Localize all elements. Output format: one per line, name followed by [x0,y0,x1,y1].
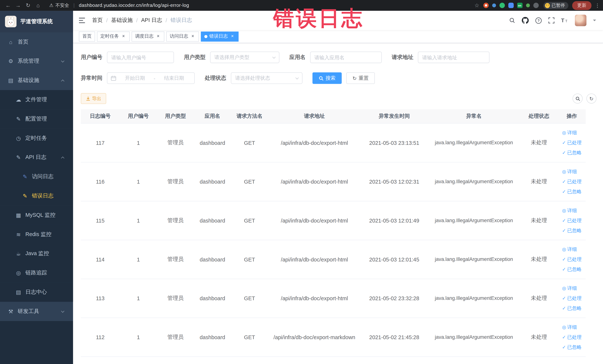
processed-link[interactable]: ✓已处理 [562,254,581,264]
log-id-cell: 117 [81,123,120,162]
fullscreen-icon[interactable] [548,17,555,23]
extension-icon[interactable]: on [517,3,522,8]
bookmark-star-icon[interactable]: ☆ [474,2,479,8]
app-name-input[interactable] [310,52,382,63]
extension-icon[interactable] [526,3,530,7]
extension-icon[interactable] [533,3,538,8]
close-icon[interactable]: × [190,34,195,39]
search-icon[interactable] [509,17,515,23]
refresh-button[interactable]: ↻ [587,94,596,104]
check-icon: ✓ [562,305,566,311]
processed-link[interactable]: ✓已处理 [562,332,581,342]
detail-link[interactable]: ◎详细 [562,283,581,293]
detail-link[interactable]: ◎详细 [562,205,581,215]
processed-link[interactable]: ✓已处理 [562,293,581,303]
close-icon[interactable]: × [230,34,235,39]
sidebar-item-java-monitor[interactable]: ☕ Java 监控 [0,244,73,263]
method-cell: GET [231,201,268,240]
close-icon[interactable]: × [156,34,161,39]
breadcrumb-item[interactable]: 首页 [92,17,103,24]
user-id-input[interactable] [107,52,174,63]
tab-access-log[interactable]: 访问日志 × [166,31,199,41]
sidebar-item-trace[interactable]: ◎ 链路追踪 [0,263,73,282]
extension-icon[interactable] [483,3,488,8]
breadcrumb-separator: / [106,17,108,23]
reset-button[interactable]: ↻ 重置 [346,72,375,84]
detail-link[interactable]: ◎详细 [562,166,581,176]
sidebar-item-home[interactable]: ⌂ 首页 [0,32,73,52]
home-icon[interactable]: ⌂ [33,1,43,10]
browser-menu-icon[interactable]: ⋮ [595,2,600,8]
search-button[interactable]: 搜索 [313,72,342,84]
chevron-up-icon [61,156,65,160]
sidebar-item-file-management[interactable]: ☁ 文件管理 [0,90,73,109]
breadcrumb-item[interactable]: API 日志 [141,17,162,24]
ignored-link[interactable]: ✓已忽略 [562,148,581,158]
extension-icon[interactable] [492,3,496,7]
ignored-link[interactable]: ✓已忽略 [562,187,581,197]
detail-link[interactable]: ◎详细 [562,128,581,138]
close-icon[interactable]: × [121,34,126,39]
reload-icon[interactable]: ↻ [23,1,33,10]
paused-extension-badge[interactable]: 已暂停 [543,2,568,9]
sidebar-item-error-log[interactable]: ✎ 错误日志 [0,186,73,206]
processed-link[interactable]: ✓已处理 [562,215,581,225]
sidebar-item-mysql-monitor[interactable]: ▦ MySQL 监控 [0,206,73,225]
extension-icon[interactable] [508,3,513,8]
sidebar-item-scheduled-tasks[interactable]: ◷ 定时任务 [0,129,73,148]
sidebar-item-access-log[interactable]: ✎ 访问日志 [0,167,73,186]
tab-home[interactable]: 首页 [79,31,95,41]
ignored-link[interactable]: ✓已忽略 [562,225,581,235]
back-icon[interactable]: ← [3,1,13,10]
site-security-indicator[interactable]: ⚠ 不安全 [49,2,69,9]
start-date-placeholder: 开始日期 [118,75,152,82]
github-icon[interactable] [522,17,529,24]
address-bar[interactable]: dashboard.yudao.iocoder.cn/infra/log/api… [79,3,189,8]
hamburger-icon[interactable] [79,17,86,23]
ignored-link[interactable]: ✓已忽略 [562,303,581,313]
actions-cell: ◎详细✓已处理✓已忽略 [558,240,586,279]
processed-link[interactable]: ✓已处理 [562,176,581,187]
tab-scheduled-tasks[interactable]: 定时任务 × [97,31,129,41]
request-url-input[interactable] [418,52,489,63]
help-icon[interactable]: ? [535,17,542,23]
font-size-icon[interactable]: TT [561,17,568,23]
navbar-actions: ? TT [509,15,596,26]
sidebar-item-dev-tools[interactable]: ⚒ 研发工具 [0,302,73,321]
sidebar-item-infrastructure[interactable]: ▤ 基础设施 [0,71,73,90]
sidebar-item-redis-monitor[interactable]: ≋ Redis 监控 [0,225,73,244]
status-select[interactable]: 请选择处理状态 [231,72,302,84]
app-logo[interactable]: 芋道管理系统 [0,11,73,32]
toggle-search-button[interactable] [573,94,583,104]
main-area: 首页/基础设施/API 日志/错误日志 ? TT [73,11,603,364]
request-url-cell: /api/infra/db-doc/export-html [268,240,360,279]
avatar-caret-icon[interactable] [593,20,596,23]
breadcrumb-item[interactable]: 基础设施 [111,17,133,24]
tab-error-log[interactable]: 错误日志 × [201,31,239,41]
extension-icon[interactable] [499,3,505,8]
ignored-link[interactable]: ✓已忽略 [562,342,581,352]
sidebar-item-api-log[interactable]: ✎ API 日志 [0,148,73,167]
sidebar-item-config-management[interactable]: ✎ 配置管理 [0,109,73,129]
browser-update-button[interactable]: 更新 [572,1,591,10]
request-url-cell: /api/infra/db-doc/export-html [268,279,360,318]
detail-link[interactable]: ◎详细 [562,322,581,332]
tab-schedule-log[interactable]: 调度日志 × [132,31,164,41]
column-header: 请求地址 [268,109,360,123]
sidebar-item-system-management[interactable]: ⚙ 系统管理 [0,52,73,71]
timer-icon: ◷ [15,135,22,141]
page: 芋道管理系统 ⌂ 首页 ⚙ 系统管理 ▤ 基础设施 ☁ 文件管理 ✎ 配置管理 … [0,11,603,364]
check-icon: ✓ [562,228,566,233]
exception-time-range-picker[interactable]: 开始日期 - 结束日期 [107,72,195,84]
processed-link[interactable]: ✓已处理 [562,138,581,148]
export-button[interactable]: 导出 [81,93,106,104]
user-type-select[interactable]: 请选择用户类型 [210,52,279,63]
sidebar-item-log-center[interactable]: ▤ 日志中心 [0,282,73,302]
right-tools: ↻ [573,94,596,104]
chevron-up-icon [61,79,65,83]
forward-icon[interactable]: → [13,1,23,10]
detail-link[interactable]: ◎详细 [562,244,581,254]
ignored-link[interactable]: ✓已忽略 [562,264,581,274]
avatar[interactable] [575,15,586,26]
eye-icon: ◎ [562,324,566,330]
